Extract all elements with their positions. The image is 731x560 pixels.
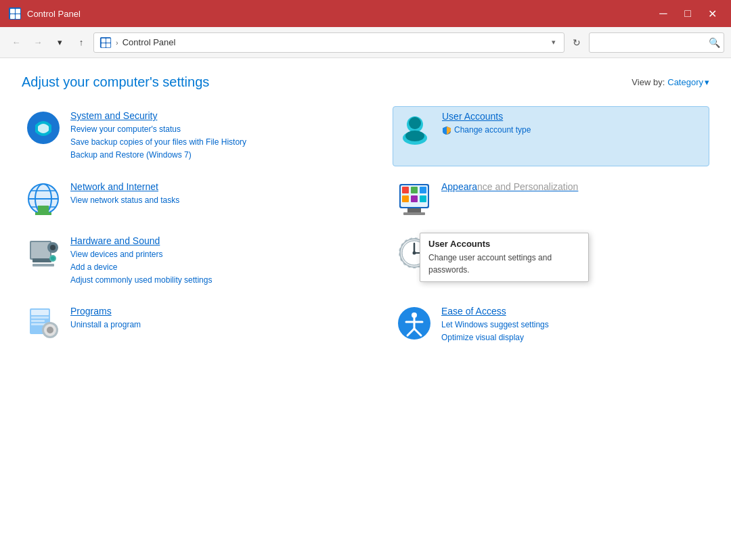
search-input[interactable]: [595, 37, 709, 47]
svg-point-14: [405, 131, 424, 141]
address-bar: › Control Panel ▾: [93, 32, 564, 53]
svg-point-13: [409, 117, 421, 129]
ease-of-access-sublink-1[interactable]: Optimize visual display: [441, 331, 705, 344]
view-by-dropdown[interactable]: Category ▾: [667, 77, 709, 87]
page-header: Adjust your computer's settings View by:…: [22, 74, 709, 90]
up-button[interactable]: ↑: [72, 33, 91, 52]
close-button[interactable]: ✕: [701, 4, 723, 23]
svg-rect-50: [31, 317, 49, 319]
hardware-sound-sublink-2[interactable]: Adjust commonly used mobility settings: [70, 274, 334, 287]
svg-rect-35: [32, 258, 51, 262]
svg-rect-8: [102, 43, 106, 47]
maximize-button[interactable]: □: [677, 4, 699, 23]
address-dropdown-button[interactable]: ▾: [549, 37, 558, 48]
svg-point-46: [413, 251, 416, 254]
forward-button[interactable]: →: [28, 33, 47, 52]
window-title: Control Panel: [27, 9, 81, 19]
svg-rect-22: [35, 212, 51, 215]
category-user-accounts[interactable]: User Accounts Change account type: [393, 106, 709, 166]
category-network-internet[interactable]: Network and Internet View network status…: [22, 177, 338, 220]
svg-rect-38: [32, 264, 54, 266]
svg-rect-29: [411, 195, 418, 202]
category-hardware-sound[interactable]: Hardware and Sound View devices and prin…: [22, 231, 338, 291]
title-bar-left: Control Panel: [8, 7, 81, 20]
svg-rect-1: [10, 9, 15, 14]
view-by-value: Category: [667, 77, 703, 87]
category-system-security[interactable]: System and Security Review your computer…: [22, 106, 338, 166]
appearance-text: Appearance and Personalization: [441, 181, 705, 194]
view-by-label: View by:: [632, 77, 665, 87]
shield-colorful-icon: [442, 126, 451, 135]
user-accounts-tooltip: User Accounts Change user account settin…: [420, 233, 589, 282]
network-internet-text: Network and Internet View network status…: [70, 181, 334, 207]
svg-rect-51: [31, 320, 45, 322]
hardware-sound-sublink-1[interactable]: Add a device: [70, 261, 334, 274]
svg-rect-30: [420, 195, 426, 202]
ease-of-access-link[interactable]: Ease of Access: [441, 306, 705, 317]
user-accounts-text: User Accounts Change account type: [442, 111, 705, 137]
search-bar: 🔍: [589, 32, 724, 53]
view-by-chevron-icon: ▾: [705, 77, 709, 87]
programs-text: Programs Uninstall a program: [70, 306, 334, 331]
hardware-sound-icon: [26, 235, 61, 271]
svg-rect-49: [31, 310, 49, 315]
control-panel-icon: [8, 7, 22, 20]
categories-grid: System and Security Review your computer…: [22, 106, 709, 349]
svg-point-40: [51, 256, 55, 260]
svg-rect-34: [31, 242, 50, 258]
system-security-link[interactable]: System and Security: [70, 110, 334, 121]
ease-of-access-text: Ease of Access Let Windows suggest setti…: [441, 306, 705, 344]
window-controls: ─ □ ✕: [652, 4, 723, 23]
dropdown-history-button[interactable]: ▾: [50, 33, 69, 52]
svg-rect-25: [402, 187, 409, 193]
system-security-icon: [26, 110, 61, 145]
hardware-sound-text: Hardware and Sound View devices and prin…: [70, 235, 334, 287]
system-security-sublink-1[interactable]: Save backup copies of your files with Fi…: [70, 136, 334, 149]
back-button[interactable]: ←: [7, 33, 26, 52]
system-security-sublink-0[interactable]: Review your computer's status: [70, 123, 334, 136]
svg-rect-27: [420, 187, 426, 193]
svg-rect-6: [102, 38, 106, 42]
svg-rect-28: [402, 195, 409, 202]
svg-rect-9: [106, 43, 110, 47]
programs-link[interactable]: Programs: [70, 306, 334, 317]
system-security-sublink-2[interactable]: Backup and Restore (Windows 7): [70, 149, 334, 162]
svg-point-37: [50, 245, 56, 250]
ease-of-access-icon: [397, 306, 432, 341]
network-internet-icon: [26, 181, 61, 216]
title-bar: Control Panel ─ □ ✕: [0, 0, 731, 27]
svg-rect-2: [16, 9, 20, 14]
navigation-bar: ← → ▾ ↑ › Control Panel ▾ ↻ 🔍: [0, 27, 731, 58]
tooltip-title: User Accounts: [428, 239, 580, 249]
category-appearance[interactable]: Appearance and Personalization: [393, 177, 709, 220]
user-accounts-link[interactable]: User Accounts: [442, 111, 705, 122]
appearance-link[interactable]: Appearance and Personalization: [441, 181, 705, 192]
svg-rect-32: [403, 212, 425, 215]
category-programs[interactable]: Programs Uninstall a program: [22, 302, 338, 348]
svg-rect-4: [16, 14, 20, 19]
address-separator: ›: [116, 39, 118, 47]
system-security-text: System and Security Review your computer…: [70, 110, 334, 162]
ease-of-access-sublink-0[interactable]: Let Windows suggest settings: [441, 319, 705, 331]
refresh-button[interactable]: ↻: [567, 33, 586, 52]
category-ease-of-access[interactable]: Ease of Access Let Windows suggest setti…: [393, 302, 709, 348]
svg-rect-26: [411, 187, 418, 193]
programs-icon: [26, 306, 61, 341]
network-internet-link[interactable]: Network and Internet: [70, 181, 334, 192]
page-title: Adjust your computer's settings: [22, 74, 209, 90]
network-internet-sublink-0[interactable]: View network status and tasks: [70, 194, 334, 207]
appearance-icon: [397, 181, 432, 216]
svg-rect-3: [10, 14, 15, 19]
main-content: Adjust your computer's settings View by:…: [0, 58, 731, 560]
search-icon: 🔍: [709, 37, 720, 48]
hardware-sound-link[interactable]: Hardware and Sound: [70, 235, 334, 246]
address-text: Control Panel: [123, 37, 545, 47]
svg-rect-7: [106, 38, 110, 42]
tooltip-description: Change user account settings and passwor…: [428, 252, 580, 276]
user-accounts-icon: [397, 111, 433, 146]
minimize-button[interactable]: ─: [652, 4, 674, 23]
programs-sublink-0[interactable]: Uninstall a program: [70, 319, 334, 331]
hardware-sound-sublink-0[interactable]: View devices and printers: [70, 248, 334, 261]
svg-point-55: [47, 327, 53, 333]
user-accounts-sublink-0[interactable]: Change account type: [454, 124, 531, 137]
